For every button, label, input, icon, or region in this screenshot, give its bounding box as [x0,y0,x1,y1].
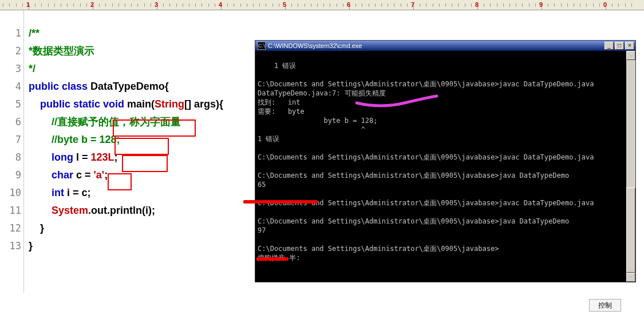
code-line: *数据类型演示 [29,42,223,60]
scroll-track[interactable] [626,60,635,273]
line-number: 1 [0,25,21,42]
ruler-label: 1 [26,1,30,8]
ruler-label: 8 [475,1,479,8]
code-line: } [29,220,223,237]
code-line: int i = c; [29,184,223,202]
ruler-label: 2 [90,1,94,8]
line-gutter: 12345678910111213 [0,10,24,293]
code-line: public class DataTypeDemo{ [29,78,223,95]
code-line: char c = 'a'; [29,166,223,184]
line-number: 12 [0,220,21,237]
line-number: 9 [0,166,21,184]
ruler-label: 7 [411,1,414,8]
code-area[interactable]: /***数据类型演示*/public class DataTypeDemo{ p… [24,10,223,293]
line-number: 3 [0,60,21,78]
cmd-icon: C:\ [258,42,266,50]
code-line: /** [29,25,223,42]
cmd-window: C:\ C:\WINDOWS\system32\cmd.exe _ □ × 1 … [255,40,636,282]
ruler-label: 9 [539,1,543,8]
close-button[interactable]: × [625,42,634,50]
line-number: 4 [0,78,21,95]
ruler-label: 4 [219,1,222,8]
line-number: 11 [0,202,21,220]
cmd-output[interactable]: 1 错误 C:\Documents and Settings\Administr… [255,51,635,282]
code-line: public static void main(String[] args){ [29,95,223,113]
scroll-down-button[interactable]: ▾ [626,273,635,282]
line-number: 7 [0,131,21,149]
line-number: 2 [0,42,21,60]
ruler-label: 6 [347,1,350,8]
control-button[interactable]: 控制 [589,299,621,312]
code-line: //byte b = 128; [29,131,223,149]
ruler-label: 0 [603,1,607,8]
cmd-scrollbar[interactable]: ▴ ▾ [626,51,635,282]
line-number: 13 [0,237,21,255]
scroll-thumb[interactable] [626,188,635,273]
code-line: System.out.println(i); [29,202,223,220]
ruler-label: 5 [283,1,286,8]
scroll-up-button[interactable]: ▴ [626,51,635,60]
maximize-button[interactable]: □ [615,42,624,50]
cmd-titlebar[interactable]: C:\ C:\WINDOWS\system32\cmd.exe _ □ × [255,41,635,51]
annotation-underline [243,200,318,204]
code-line: long l = 123L; [29,149,223,166]
code-line: */ [29,60,223,78]
line-number: 5 [0,95,21,113]
line-number: 8 [0,149,21,166]
line-number: 6 [0,113,21,131]
code-line: //直接赋予的值，称为字面量 [29,113,223,131]
line-number: 10 [0,184,21,202]
ruler: 1234567890 [0,0,644,10]
minimize-button[interactable]: _ [605,42,614,50]
ruler-label: 3 [155,1,158,8]
code-line: } [29,237,223,255]
cmd-text: 1 错误 C:\Documents and Settings\Administr… [258,62,594,262]
cmd-title-text: C:\WINDOWS\system32\cmd.exe [268,42,603,49]
annotation-underline [256,257,289,261]
